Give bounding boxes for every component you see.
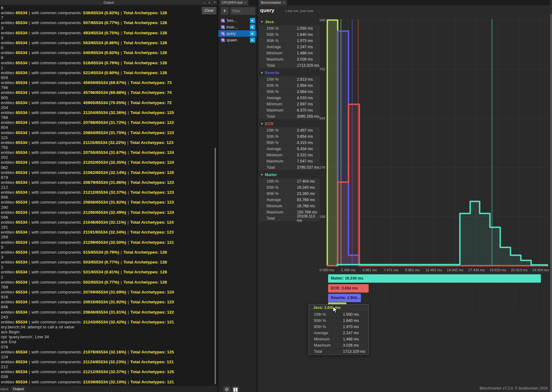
section-header-rewrite[interactable]: ▾Rewrite xyxy=(259,70,320,76)
add-benchmark-button[interactable]: + xyxy=(221,7,229,15)
benchmark-item-label: spawn xyxy=(226,38,237,42)
svg-text:9.961 ms: 9.961 ms xyxy=(405,268,420,272)
console-line-fragment: 290 xyxy=(0,205,217,210)
console-line-fragment: 6 xyxy=(0,6,217,11)
settings-gear-icon[interactable]: ⚙ xyxy=(223,386,230,392)
svg-text:376: 376 xyxy=(319,166,325,169)
stat-label: Total xyxy=(259,216,294,221)
output-scrollbar[interactable] xyxy=(215,148,216,384)
benchmark-item-spawn[interactable]: spawn▶ xyxy=(218,37,257,43)
stat-value: 1.973 ms xyxy=(340,324,369,330)
stat-label: Total xyxy=(259,63,294,68)
dock-icon[interactable]: ↙ xyxy=(208,0,211,5)
stat-label: 50th % xyxy=(259,32,294,37)
stat-value: 1.468 ms xyxy=(294,50,320,56)
stat-label: Minimum xyxy=(259,204,294,208)
chevron-down-icon: ▾ xyxy=(261,122,263,126)
close-icon[interactable]: × xyxy=(283,1,285,4)
console-line-fragment: 191 xyxy=(0,225,217,230)
docs-book-icon[interactable] xyxy=(232,386,239,392)
stat-value: 2.813 ms xyxy=(294,76,320,82)
stat-label: 90th % xyxy=(259,141,294,145)
svg-text:752: 752 xyxy=(319,67,325,71)
section-name: Matter xyxy=(265,172,277,177)
benchmark-item-Tem[interactable]: Tem…▶ xyxy=(218,17,257,24)
stat-row: 50th %3.654 ms xyxy=(259,133,320,139)
clear-button[interactable]: Clear xyxy=(202,7,216,15)
tab-benchmarker[interactable]: Benchmarker× xyxy=(259,0,287,5)
filter-input[interactable] xyxy=(230,7,255,15)
stat-label: Total xyxy=(309,349,340,354)
output-titlebar[interactable]: Output ⌄ ↙ × xyxy=(0,0,217,5)
section-header-matter[interactable]: ▾Matter xyxy=(259,171,320,178)
tab-output[interactable]: Output xyxy=(11,386,26,392)
benchmark-item-query[interactable]: query▶ xyxy=(218,30,257,37)
stat-label: 50th % xyxy=(259,185,294,190)
stat-value: 3.564 ms xyxy=(294,89,320,95)
stat-row: Average4.533 ms xyxy=(259,95,320,101)
stat-value: 3.322 ms xyxy=(294,152,320,158)
stat-value: 23.260 ms xyxy=(294,191,320,196)
panel-scrollbar-thumb[interactable] xyxy=(550,14,552,392)
stat-label: Average xyxy=(309,331,340,335)
run-benchmark-button[interactable]: ▶ xyxy=(250,18,255,23)
stat-label: 50th % xyxy=(259,83,294,88)
stat-label: Minimum xyxy=(259,153,294,157)
stat-value: 19.240 ms xyxy=(294,184,320,190)
console-line-fragment: 916 xyxy=(0,295,217,300)
histogram-chart[interactable]: 1883765647529400.000 ms2.490 ms4.981 ms7… xyxy=(319,14,551,313)
stat-label: 90th % xyxy=(259,39,294,43)
console-line: ack Begin xyxy=(0,330,217,335)
console-line: entities 65534|with common components: 2… xyxy=(0,110,217,115)
stat-row: Minimum16.768 ms xyxy=(259,203,320,209)
console-line: ript 'query.bench', Line 34 xyxy=(0,335,217,339)
benchmark-item-inser[interactable]: inser…▶ xyxy=(218,24,257,30)
stat-label: 10th % xyxy=(259,179,294,183)
benchmark-item-label: Tem… xyxy=(226,19,237,23)
console-line: entities 65534|with common components: 2… xyxy=(0,140,217,145)
legend-bar-ecr[interactable]: ECR: 3.654 ms xyxy=(328,284,369,293)
console-line: entities 65534|with common components: 5… xyxy=(0,260,217,265)
console-line: entities 65534|with common components: 2… xyxy=(0,310,217,315)
run-benchmark-button[interactable]: ▶ xyxy=(250,24,255,30)
run-benchmark-button[interactable]: ▶ xyxy=(250,37,255,43)
console-line: entities 65534|with common components: 5… xyxy=(0,61,217,65)
stat-value: 1713.329 ms xyxy=(294,62,320,68)
output-panel: Output ⌄ ↙ × 6entities 65534|with common… xyxy=(0,0,217,392)
stat-row: Total1713.329 ms xyxy=(259,62,320,68)
tab-cpudiff[interactable]: CPUDIFF.rbxl× xyxy=(220,0,248,5)
stat-value: 3.026 ms xyxy=(294,56,320,62)
stat-row: Total20108.113 ms xyxy=(259,215,320,221)
stat-value: 2.247 ms xyxy=(294,44,320,50)
stat-label: 10th % xyxy=(259,77,294,82)
console-line: entities 65534|with common components: 2… xyxy=(0,150,217,155)
section-header-jecs[interactable]: ▾Jecs xyxy=(259,19,320,25)
stat-value: 1713.329 ms xyxy=(340,348,369,354)
console-line-fragment: 7 xyxy=(0,15,217,20)
histogram-outline-ecr[interactable] xyxy=(327,104,547,266)
section-header-ecr[interactable]: ▾ECR xyxy=(259,120,320,127)
stat-label: Maximum xyxy=(259,57,294,61)
benchmarker-panel: Benchmarker× query Last run: just now ▾J… xyxy=(258,0,552,392)
svg-text:4.981 ms: 4.981 ms xyxy=(362,268,377,272)
book-spine xyxy=(235,388,236,392)
console-line-fragment: 3 xyxy=(0,36,217,40)
console-line: entities 65534|with common components: 5… xyxy=(0,270,217,275)
legend-bar-matter[interactable]: Matter: 19.240 ms xyxy=(328,274,541,283)
tab-output-clipped[interactable]: Output xyxy=(0,386,10,392)
stat-label: Average xyxy=(259,45,294,49)
close-icon[interactable]: × xyxy=(214,0,216,5)
stat-value: 17.404 ms xyxy=(294,178,320,184)
svg-text:940: 940 xyxy=(319,18,325,22)
stat-row: Average5.434 ms xyxy=(259,146,320,152)
console-line: entities 65534|with common components: 2… xyxy=(0,360,217,365)
tooltip-rows: 10th %1.550 ms50th %1.640 ms90th %1.973 … xyxy=(309,311,369,354)
chevron-down-icon: ▾ xyxy=(261,173,263,177)
close-icon[interactable]: × xyxy=(244,1,246,4)
run-benchmark-button[interactable]: ▶ xyxy=(250,31,255,36)
legend-bar-rewrite[interactable]: Rewrite: 2.954… xyxy=(328,294,361,302)
console-line: entities 65534|with common components: 5… xyxy=(0,280,217,285)
output-console[interactable]: 6entities 65534|with common components: … xyxy=(0,5,217,386)
section-name: ECR xyxy=(265,121,273,126)
chevron-down-icon[interactable]: ⌄ xyxy=(203,0,205,5)
